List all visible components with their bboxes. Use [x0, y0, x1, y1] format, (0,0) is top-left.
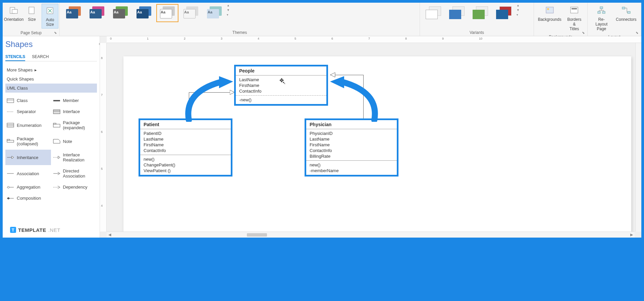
scroll-thumb[interactable]: [247, 233, 267, 237]
shapes-list: Class Member Separator Interface Enumera…: [5, 95, 97, 203]
variant-swatch[interactable]: [447, 5, 467, 21]
shape-note[interactable]: Note: [52, 134, 97, 149]
shape-label: Dependency: [63, 185, 88, 190]
shape-separator[interactable]: Separator: [5, 106, 51, 117]
vertical-scrollbar[interactable]: [635, 43, 641, 232]
variant-scroll[interactable]: ▲▼▾: [517, 4, 523, 16]
size-button[interactable]: Size: [23, 4, 40, 23]
drawing-page[interactable]: People LastName FirstName ContactInfo -n…: [123, 56, 631, 238]
uml-class-patient[interactable]: Patient PatientID LastName FirstName Con…: [139, 118, 232, 177]
shapes-title: Shapes: [5, 40, 97, 49]
theme-swatch[interactable]: Aa: [134, 5, 154, 21]
svg-rect-1: [12, 9, 17, 13]
borders-titles-button[interactable]: Borders & Titles: [564, 4, 585, 33]
variant-swatch[interactable]: [494, 5, 514, 21]
uml-operations: -new(): [236, 96, 326, 104]
uml-operations: new() ChangePatient() ViewPatient (): [140, 155, 231, 175]
backgrounds-launcher-icon[interactable]: ⬊: [582, 31, 586, 35]
shape-class[interactable]: Class: [5, 95, 51, 106]
shape-dependency[interactable]: Dependency: [52, 182, 97, 192]
ribbon: Orientation Size Auto Size Page Setup ⬊: [3, 3, 641, 36]
shape-label: Composition: [17, 196, 41, 201]
shape-label: Interface: [63, 109, 80, 114]
orientation-label: Orientation: [4, 17, 24, 22]
svg-rect-24: [7, 140, 14, 142]
backgrounds-label: Backgrounds: [538, 17, 561, 22]
theme-swatch[interactable]: Aa: [63, 5, 84, 21]
shape-interface-realization[interactable]: Interface Realization: [52, 150, 97, 165]
shape-composition[interactable]: Composition: [5, 193, 51, 203]
svg-rect-11: [622, 7, 625, 9]
connectors-button[interactable]: Connectors: [614, 4, 638, 23]
shape-association[interactable]: Association: [5, 166, 51, 181]
connectors-icon: [621, 5, 632, 16]
uml-class-people[interactable]: People LastName FirstName ContactInfo -n…: [234, 65, 328, 106]
borders-label: Borders & Titles: [566, 17, 583, 31]
backgrounds-button[interactable]: Backgrounds: [537, 4, 562, 23]
scroll-left-icon[interactable]: ◀: [107, 233, 113, 237]
theme-swatch-selected[interactable]: Aa: [157, 5, 177, 21]
theme-scroll[interactable]: ▲▼▾: [227, 4, 233, 16]
shape-label: Package (expanded): [63, 120, 85, 130]
orientation-icon: [8, 5, 19, 16]
uml-attributes: PhysicianID LastName FirstName ContactIn…: [306, 129, 397, 161]
more-shapes-label: More Shapes: [7, 67, 33, 72]
uml-class-category[interactable]: UML Class: [5, 84, 97, 93]
svg-rect-15: [53, 100, 60, 101]
ribbon-label-themes: Themes: [60, 29, 420, 36]
ribbon-label-page-setup: Page Setup: [3, 30, 59, 36]
svg-rect-2: [29, 7, 34, 14]
svg-rect-4: [546, 7, 553, 13]
shape-package-expanded[interactable]: Package (expanded): [52, 117, 97, 133]
scroll-right-icon[interactable]: ▶: [629, 233, 635, 237]
shape-member[interactable]: Member: [52, 95, 97, 106]
theme-swatch[interactable]: Aa: [110, 5, 130, 21]
ruler-vertical: 8 7 6 5 4: [100, 43, 107, 232]
shape-package-collapsed[interactable]: Package (collapsed): [5, 134, 51, 149]
shape-label: Directed Association: [63, 168, 85, 179]
svg-rect-9: [598, 11, 600, 13]
svg-rect-10: [602, 11, 605, 13]
variant-swatch[interactable]: [424, 5, 444, 21]
canvas[interactable]: 0 1 2 3 4 5 6 7 8 9 10 8 7 6 5 4: [100, 36, 641, 238]
ribbon-group-backgrounds: Backgrounds Borders & Titles Backgrounds…: [534, 3, 588, 36]
size-label: Size: [28, 17, 36, 22]
svg-rect-12: [628, 11, 630, 13]
ribbon-label-variants: Variants: [420, 29, 534, 36]
tab-search[interactable]: SEARCH: [32, 53, 49, 61]
shape-inheritance[interactable]: Inheritance: [5, 150, 51, 165]
annotation-arrow-right: [327, 75, 381, 122]
relayout-page-button[interactable]: Re-Layout Page: [590, 4, 613, 33]
page-setup-launcher-icon[interactable]: ⬊: [54, 31, 58, 35]
theme-swatch[interactable]: Aa: [204, 5, 224, 21]
svg-rect-7: [572, 8, 577, 9]
theme-swatch[interactable]: Aa: [87, 5, 107, 21]
autosize-button[interactable]: Auto Size: [42, 4, 58, 29]
orientation-button[interactable]: Orientation: [5, 4, 22, 23]
horizontal-scrollbar[interactable]: ◀ ▶: [107, 232, 635, 238]
annotation-arrow-left: [182, 75, 236, 122]
svg-rect-6: [571, 7, 578, 13]
ribbon-group-themes: Aa Aa Aa Aa Aa Aa Aa ▲▼▾ Themes: [60, 3, 420, 36]
more-shapes[interactable]: More Shapes▸: [5, 65, 97, 74]
uml-operations: new() -memberName: [306, 161, 397, 175]
shape-label: Note: [63, 139, 72, 144]
quick-shapes[interactable]: Quick Shapes: [5, 74, 97, 84]
layout-launcher-icon[interactable]: ⬊: [636, 31, 640, 35]
shape-interface[interactable]: Interface: [52, 106, 97, 117]
uml-attributes: PatientID LastName FirstName ContactInfo: [140, 129, 231, 155]
chevron-right-icon: ▸: [35, 67, 37, 72]
tab-stencils[interactable]: STENCILS: [5, 53, 25, 61]
connectors-label: Connectors: [616, 17, 636, 22]
variant-swatch[interactable]: [471, 5, 491, 21]
shape-enumeration[interactable]: Enumeration: [5, 117, 51, 133]
shape-label: Aggregation: [17, 185, 40, 190]
uml-class-physician[interactable]: Physician PhysicianID LastName FirstName…: [305, 118, 398, 177]
svg-rect-22: [53, 124, 60, 127]
autosize-icon: [45, 5, 55, 16]
relayout-icon: [596, 5, 607, 16]
theme-swatch[interactable]: Aa: [181, 5, 201, 21]
shape-aggregation[interactable]: Aggregation: [5, 182, 51, 192]
shape-directed-association[interactable]: Directed Association: [52, 166, 97, 181]
shape-label: Interface Realization: [63, 152, 85, 162]
